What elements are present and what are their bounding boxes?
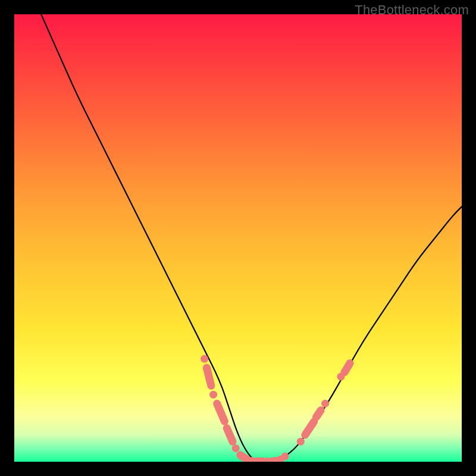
curve-marker-pill	[240, 455, 247, 460]
curve-marker-pill	[271, 461, 276, 461]
chart-frame	[14, 14, 462, 462]
curve-marker-pill	[217, 403, 225, 421]
curve-marker-pill	[206, 368, 211, 386]
curve-marker-dot	[209, 391, 217, 399]
bottleneck-chart	[14, 14, 462, 462]
curve-marker-dot	[297, 438, 305, 446]
curve-marker-dot	[201, 355, 208, 363]
curve-marker-dot	[232, 444, 240, 452]
watermark-text: TheBottleneck.com	[355, 2, 469, 18]
curve-marker-pill	[317, 411, 321, 417]
curve-marker-pill	[345, 364, 350, 372]
curve-marker-dot	[321, 400, 329, 408]
curve-marker-dot	[281, 452, 289, 460]
curve-marker-pill	[305, 421, 314, 435]
bottleneck-curve	[41, 14, 462, 462]
curve-marker-pill	[227, 428, 233, 442]
